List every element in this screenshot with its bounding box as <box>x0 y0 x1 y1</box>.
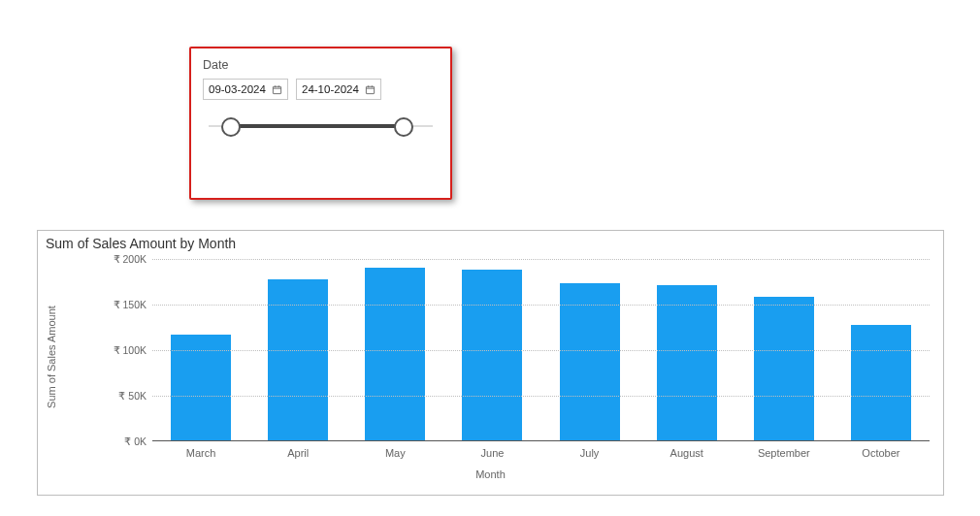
date-start-value: 09-03-2024 <box>209 83 266 95</box>
date-end-input[interactable]: 24-10-2024 <box>296 79 381 100</box>
y-tick-label: ₹ 0K <box>106 435 147 447</box>
calendar-icon <box>365 84 376 95</box>
grid-line <box>152 259 930 260</box>
date-range-slider[interactable] <box>203 115 439 139</box>
bar-august[interactable] <box>657 285 717 441</box>
x-tick-label: May <box>385 447 406 459</box>
bar-september[interactable] <box>754 297 814 441</box>
chart-title: Sum of Sales Amount by Month <box>38 231 943 251</box>
slider-handle-end[interactable] <box>394 117 413 137</box>
y-tick-label: ₹ 150K <box>106 299 147 310</box>
grid-line <box>152 305 930 306</box>
svg-rect-1 <box>366 86 374 93</box>
x-axis-line <box>152 440 930 441</box>
bar-april[interactable] <box>268 279 328 441</box>
sales-chart-card: Sum of Sales Amount by Month Sum of Sale… <box>37 230 944 496</box>
x-tick-label: August <box>670 447 703 459</box>
slicer-title: Date <box>203 58 439 72</box>
y-tick-label: ₹ 200K <box>106 253 147 265</box>
y-axis-label: Sum of Sales Amount <box>46 306 57 408</box>
bar-june[interactable] <box>462 270 522 441</box>
slider-handle-start[interactable] <box>221 117 241 137</box>
x-axis-label: Month <box>38 468 943 480</box>
y-tick-label: ₹ 50K <box>106 390 147 402</box>
bar-may[interactable] <box>365 268 425 441</box>
x-tick-label: September <box>758 447 810 459</box>
calendar-icon <box>272 84 282 95</box>
date-slicer-card: Date 09-03-2024 24-10-2024 <box>189 47 452 200</box>
svg-rect-0 <box>273 86 280 93</box>
slider-selected-range <box>231 124 403 128</box>
x-tick-label: April <box>287 447 309 459</box>
grid-line <box>152 350 930 351</box>
date-inputs-row: 09-03-2024 24-10-2024 <box>203 79 439 100</box>
x-tick-label: March <box>186 447 216 459</box>
chart-plot-area: ₹ 0K₹ 50K₹ 100K₹ 150K₹ 200K <box>152 259 930 441</box>
date-end-value: 24-10-2024 <box>302 83 359 95</box>
x-tick-label: June <box>481 447 505 459</box>
y-tick-label: ₹ 100K <box>106 344 147 356</box>
date-start-input[interactable]: 09-03-2024 <box>203 79 288 100</box>
x-tick-label: July <box>580 447 600 459</box>
x-tick-label: October <box>862 447 899 459</box>
bar-october[interactable] <box>851 325 911 441</box>
y-axis-label-wrap: Sum of Sales Amount <box>38 253 65 461</box>
bar-july[interactable] <box>560 283 620 441</box>
x-axis-ticks: MarchAprilMayJuneJulyAugustSeptemberOcto… <box>152 447 930 463</box>
grid-line <box>152 396 930 397</box>
